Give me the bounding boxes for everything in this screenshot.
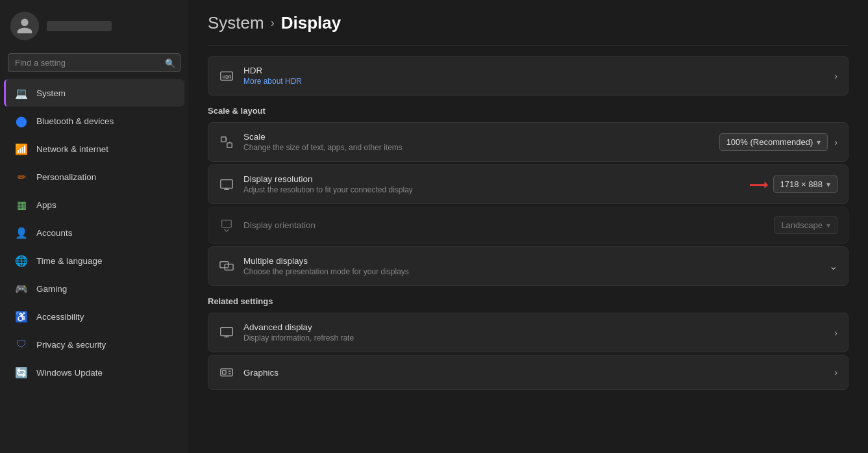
advanced-display-chevron-icon: › [834, 328, 837, 338]
red-arrow-annotation: ⟶ [749, 177, 768, 192]
personalization-nav-label: Personalization [36, 172, 96, 182]
hdr-right: › [832, 71, 837, 81]
breadcrumb-separator: › [271, 16, 275, 30]
sidebar-item-gaming[interactable]: 🎮Gaming [4, 275, 184, 302]
update-nav-icon: 🔄 [14, 365, 29, 380]
sidebar-item-update[interactable]: 🔄Windows Update [4, 359, 184, 386]
orientation-title: Display orientation [243, 220, 765, 230]
graphics-icon [219, 365, 234, 380]
avatar [10, 12, 39, 40]
resolution-icon [219, 177, 234, 192]
hdr-subtitle: More about HDR [243, 77, 823, 86]
gaming-nav-icon: 🎮 [14, 281, 29, 296]
multiple-displays-right[interactable]: ⌄ [829, 260, 837, 272]
breadcrumb-parent: System [208, 13, 264, 33]
scale-card[interactable]: Scale Change the size of text, apps, and… [208, 122, 849, 162]
sidebar-nav: 💻System⬤Bluetooth & devices📶Network & in… [0, 79, 188, 387]
svg-rect-9 [222, 220, 232, 227]
graphics-right: › [832, 367, 837, 378]
svg-rect-6 [221, 179, 232, 188]
privacy-nav-label: Privacy & security [36, 340, 106, 350]
network-nav-icon: 📶 [14, 142, 29, 156]
orientation-chevron-down-icon: ▾ [826, 221, 830, 230]
bluetooth-nav-icon: ⬤ [14, 114, 29, 128]
advanced-display-subtitle: Display information, refresh rate [243, 333, 823, 343]
orientation-text: Display orientation [243, 220, 765, 230]
main-content: System › Display HDR HDR More about HDR … [188, 0, 868, 453]
sidebar-item-accessibility[interactable]: ♿Accessibility [4, 303, 184, 330]
orientation-value: Landscape [781, 220, 823, 230]
sidebar-header [0, 0, 188, 51]
graphics-card[interactable]: Graphics › [208, 355, 849, 390]
multiple-displays-card[interactable]: Multiple displays Choose the presentatio… [208, 246, 849, 286]
svg-rect-16 [223, 370, 227, 374]
resolution-chevron-down-icon: ▾ [826, 180, 830, 189]
hdr-title: HDR [243, 66, 823, 75]
display-orientation-card: Display orientation Landscape ▾ [208, 207, 849, 244]
accessibility-nav-label: Accessibility [36, 312, 84, 322]
scale-chevron-right-icon: › [834, 137, 837, 148]
search-box[interactable]: 🔍 [8, 53, 180, 72]
resolution-title: Display resolution [243, 174, 740, 184]
sidebar-item-time[interactable]: 🌐Time & language [4, 247, 184, 274]
search-icon: 🔍 [165, 58, 175, 68]
orientation-icon [219, 218, 234, 233]
sidebar: 🔍 💻System⬤Bluetooth & devices📶Network & … [0, 0, 188, 453]
graphics-text: Graphics [243, 368, 823, 378]
multiple-displays-title: Multiple displays [243, 256, 820, 266]
resolution-value: 1718 × 888 [780, 179, 823, 189]
resolution-right[interactable]: ⟶ 1718 × 888 ▾ [749, 175, 837, 193]
accounts-nav-icon: 👤 [14, 226, 29, 240]
sidebar-item-apps[interactable]: ▦Apps [4, 191, 184, 218]
svg-rect-3 [227, 142, 232, 147]
sidebar-item-bluetooth[interactable]: ⬤Bluetooth & devices [4, 107, 184, 135]
scale-dropdown[interactable]: 100% (Recommended) ▾ [719, 133, 828, 151]
scale-right[interactable]: 100% (Recommended) ▾ › [719, 133, 837, 151]
sidebar-item-privacy[interactable]: 🛡Privacy & security [4, 331, 184, 358]
advanced-display-right: › [832, 328, 837, 338]
sidebar-item-network[interactable]: 📶Network & internet [4, 135, 184, 162]
user-icon [16, 17, 34, 35]
time-nav-icon: 🌐 [14, 253, 29, 268]
multiple-displays-expand-icon: ⌄ [829, 260, 837, 272]
privacy-nav-icon: 🛡 [14, 337, 29, 352]
personalization-nav-icon: ✏ [14, 170, 29, 184]
orientation-right: Landscape ▾ [774, 216, 837, 234]
apps-nav-icon: ▦ [14, 198, 29, 212]
sidebar-item-personalization[interactable]: ✏Personalization [4, 163, 184, 190]
page-title: System › Display [208, 13, 849, 33]
breadcrumb-current: Display [281, 13, 341, 33]
username-bar [47, 21, 112, 31]
apps-nav-label: Apps [36, 200, 56, 210]
svg-text:HDR: HDR [223, 74, 232, 79]
svg-rect-11 [225, 264, 233, 270]
scale-subtitle: Change the size of text, apps, and other… [243, 143, 710, 152]
sidebar-item-system[interactable]: 💻System [4, 79, 184, 107]
update-nav-label: Windows Update [36, 368, 103, 378]
graphics-title: Graphics [243, 368, 823, 378]
advanced-display-title: Advanced display [243, 322, 823, 332]
advanced-display-card[interactable]: Advanced display Display information, re… [208, 313, 849, 352]
network-nav-label: Network & internet [36, 144, 108, 154]
svg-rect-2 [221, 136, 226, 141]
hdr-card[interactable]: HDR HDR More about HDR › [208, 56, 849, 96]
multiple-displays-text: Multiple displays Choose the presentatio… [243, 256, 820, 276]
system-nav-icon: 💻 [14, 86, 29, 100]
svg-rect-10 [220, 261, 229, 267]
gaming-nav-label: Gaming [36, 284, 67, 294]
orientation-dropdown: Landscape ▾ [774, 216, 837, 234]
multiple-displays-subtitle: Choose the presentation mode for your di… [243, 267, 820, 276]
search-input[interactable] [8, 53, 180, 72]
multiple-displays-icon [219, 259, 234, 274]
svg-rect-12 [221, 327, 232, 335]
related-settings-section: Related settings Advanced display Displa… [208, 296, 849, 390]
hdr-chevron-right-icon: › [834, 71, 837, 81]
resolution-dropdown[interactable]: 1718 × 888 ▾ [773, 175, 837, 193]
display-resolution-card[interactable]: Display resolution Adjust the resolution… [208, 164, 849, 204]
scale-layout-title: Scale & layout [208, 106, 849, 116]
system-nav-label: System [36, 88, 66, 98]
hdr-icon: HDR [219, 68, 234, 84]
sidebar-item-accounts[interactable]: 👤Accounts [4, 219, 184, 246]
divider [208, 45, 849, 45]
accounts-nav-label: Accounts [36, 228, 73, 238]
